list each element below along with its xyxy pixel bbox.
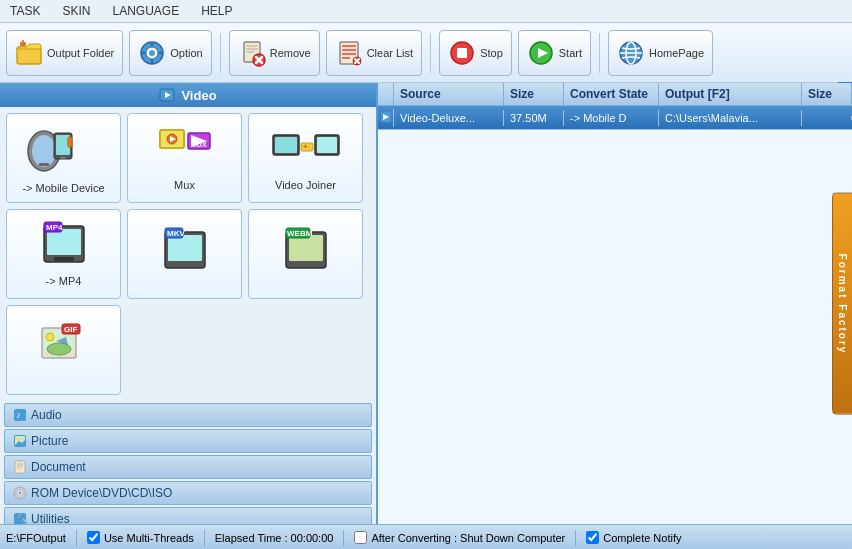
output-cell: C:\Users\Malavia... [659,110,802,126]
option-icon [138,39,166,67]
output-folder-label: Output Folder [47,47,114,59]
use-multithreads-checkbox[interactable] [87,531,100,544]
gif-item[interactable]: GIF [6,305,121,395]
utilities-icon: 🔧 [13,512,27,524]
mkv-item[interactable]: MKV [127,209,242,299]
start-button[interactable]: Start [518,30,591,76]
video-joiner-label: Video Joiner [275,179,336,191]
folder-path: E:\FFOutput [6,532,66,544]
svg-rect-60 [168,235,202,261]
video-header-icon [159,87,175,103]
stop-button[interactable]: Stop [439,30,512,76]
output-col-header: Output [F2] [659,83,802,105]
menu-language[interactable]: LANGUAGE [108,2,183,20]
output-folder-button[interactable]: Output Folder [6,30,123,76]
start-label: Start [559,47,582,59]
svg-text:MUX: MUX [191,141,207,148]
after-converting-label: After Converting : Shut Down Computer [371,532,565,544]
webm-item[interactable]: WEBM [248,209,363,299]
picture-category[interactable]: Picture [4,429,372,453]
utilities-category[interactable]: 🔧 Utilities [4,507,372,524]
option-button[interactable]: Option [129,30,211,76]
file-list: Video-Deluxe... 37.50M -> Mobile D C:\Us… [378,106,852,524]
svg-rect-53 [317,137,337,153]
complete-notify-seg: Complete Notify [586,531,681,544]
file-list-header: Source Size Convert State Output [F2] Si… [378,83,852,106]
mux-label: Mux [174,179,195,191]
table-row[interactable]: Video-Deluxe... 37.50M -> Mobile D C:\Us… [378,106,852,130]
menu-skin[interactable]: SKIN [58,2,94,20]
convert-state-col-header: Convert State [564,83,659,105]
document-category[interactable]: Document [4,455,372,479]
video-grid: -> Mobile Device MUX [0,107,376,401]
svg-text:WEBM: WEBM [287,229,313,238]
toolbar: Output Folder Option [0,23,852,83]
menu-task[interactable]: TASK [6,2,44,20]
audio-category[interactable]: ♪ Audio [4,403,372,427]
clear-list-icon [335,39,363,67]
svg-point-70 [46,333,54,341]
mux-icon: MUX [155,125,215,175]
use-multithreads-label: Use Multi-Threads [104,532,194,544]
use-multithreads-seg: Use Multi-Threads [87,531,194,544]
convert-state-cell: -> Mobile D [564,110,659,126]
svg-point-34 [32,135,56,167]
size-col-header: Size [504,83,564,105]
homepage-icon [617,39,645,67]
after-converting-checkbox[interactable] [354,531,367,544]
svg-rect-80 [15,461,25,473]
status-sep-1 [76,530,77,546]
option-label: Option [170,47,202,59]
mobile-device-label: -> Mobile Device [22,182,104,194]
mp4-label: -> MP4 [46,275,82,287]
complete-notify-checkbox[interactable] [586,531,599,544]
remove-button[interactable]: Remove [229,30,320,76]
svg-rect-64 [289,235,323,261]
svg-rect-39 [68,137,72,147]
audio-icon: ♪ [13,408,27,422]
sidebar-title: Video [181,88,216,103]
size-cell: 37.50M [504,110,564,126]
homepage-button[interactable]: HomePage [608,30,713,76]
clear-list-label: Clear List [367,47,413,59]
svg-text:MKV: MKV [167,229,185,238]
svg-rect-0 [17,47,41,64]
svg-point-78 [17,438,20,441]
toolbar-separator-1 [220,33,221,73]
document-icon [13,460,27,474]
main-area: Video [0,83,852,524]
right-panel: Source Size Convert State Output [F2] Si… [378,83,852,524]
mobile-device-item[interactable]: -> Mobile Device [6,113,121,203]
complete-notify-label: Complete Notify [603,532,681,544]
clear-list-button[interactable]: Clear List [326,30,422,76]
stop-icon [448,39,476,67]
svg-point-4 [149,50,155,56]
svg-rect-56 [54,257,74,261]
rom-category[interactable]: ROM Device\DVD\CD\ISO [4,481,372,505]
svg-text:🔧: 🔧 [16,512,27,524]
after-converting-seg: After Converting : Shut Down Computer [354,531,565,544]
out-size-cell [802,116,852,120]
mobile-device-icon [24,123,104,178]
out-size-col-header: Size [802,83,852,105]
output-folder-icon [15,39,43,67]
menu-help[interactable]: HELP [197,2,236,20]
start-icon [527,39,555,67]
stop-label: Stop [480,47,503,59]
mp4-item[interactable]: MP4 -> MP4 [6,209,121,299]
svg-rect-35 [39,163,49,166]
source-col-header: Source [394,83,504,105]
picture-icon [13,434,27,448]
rom-icon [13,486,27,500]
svg-rect-49 [275,137,297,153]
status-sep-2 [204,530,205,546]
status-sep-3 [343,530,344,546]
webm-icon: WEBM [276,227,336,277]
video-joiner-item[interactable]: + Video Joiner [248,113,363,203]
toolbar-separator-2 [430,33,431,73]
row-icon [378,109,394,127]
svg-point-86 [19,492,21,494]
svg-text:♪: ♪ [16,410,21,420]
status-sep-4 [575,530,576,546]
mux-item[interactable]: MUX Mux [127,113,242,203]
